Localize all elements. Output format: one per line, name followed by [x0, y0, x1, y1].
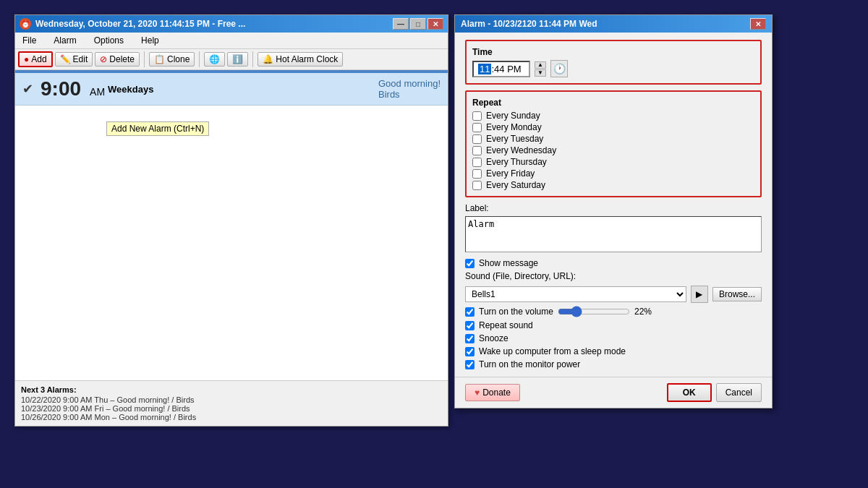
- repeat-monday-checkbox[interactable]: [472, 123, 482, 132]
- repeat-friday[interactable]: Every Friday: [472, 168, 754, 179]
- alarm-list-body: [15, 106, 448, 380]
- clock-icon-button[interactable]: 🕐: [550, 60, 568, 77]
- volume-percent: 22%: [634, 307, 652, 317]
- next-alarm-1: 10/22/2020 9:00 AM Thu – Good morning! /…: [21, 395, 442, 404]
- time-spin-up[interactable]: ▲: [535, 61, 546, 69]
- donate-label: Donate: [482, 388, 511, 398]
- toolbar-wrap: ● Add ✏️ Edit ⊘ Delete 📋 Clone: [15, 49, 448, 70]
- time-section-label: Time: [472, 47, 754, 57]
- volume-label: Turn on the volume: [479, 307, 553, 317]
- sound-row: Bells1 ▶ Browse...: [465, 286, 762, 303]
- repeat-wednesday[interactable]: Every Wednesday: [472, 145, 754, 155]
- clone-button[interactable]: 📋 Clone: [149, 52, 195, 67]
- repeat-sunday-checkbox[interactable]: [472, 111, 482, 121]
- alarm-greeting: Good morning!: [378, 78, 441, 89]
- close-button[interactable]: ✕: [427, 18, 443, 30]
- donate-button[interactable]: ♥ Donate: [465, 384, 520, 401]
- main-window: ⏰ Wednesday, October 21, 2020 11:44:15 P…: [14, 14, 448, 427]
- time-input[interactable]: 11:44 PM: [472, 61, 530, 77]
- toolbar-separator-2: [199, 51, 200, 67]
- maximize-button[interactable]: □: [410, 18, 426, 30]
- snooze-checkbox[interactable]: [465, 334, 475, 343]
- sound-select[interactable]: Bells1: [465, 286, 686, 302]
- repeat-section: Repeat Every Sunday Every Monday Every T…: [465, 90, 762, 197]
- hot-alarm-icon: 🔔: [263, 54, 273, 64]
- alarm-time: 9:00: [41, 77, 81, 100]
- info-button[interactable]: ℹ️: [227, 52, 248, 67]
- dialog-titlebar: Alarm - 10/23/2120 11:44 PM Wed ✕: [455, 15, 772, 33]
- add-icon: ●: [24, 54, 29, 64]
- wakeup-option[interactable]: Wake up computer from a sleep mode: [465, 346, 762, 356]
- alarm-dialog: Alarm - 10/23/2120 11:44 PM Wed ✕ Time 1…: [454, 14, 773, 408]
- dialog-title: Alarm - 10/23/2120 11:44 PM Wed: [461, 19, 750, 29]
- browse-button[interactable]: Browse...: [712, 287, 762, 301]
- time-spin-down[interactable]: ▼: [535, 69, 546, 77]
- alarm-checkbox: ✔: [22, 81, 33, 97]
- globe-button[interactable]: 🌐: [204, 52, 225, 67]
- snooze-option[interactable]: Snooze: [465, 333, 762, 343]
- alarm-ampm: AM: [90, 86, 105, 98]
- sound-play-button[interactable]: ▶: [691, 286, 708, 303]
- volume-option[interactable]: Turn on the volume 22%: [465, 306, 762, 317]
- repeat-tuesday-checkbox[interactable]: [472, 134, 482, 144]
- repeat-tuesday[interactable]: Every Tuesday: [472, 134, 754, 144]
- dialog-close-button[interactable]: ✕: [750, 18, 766, 30]
- cancel-button[interactable]: Cancel: [716, 383, 762, 402]
- info-icon: ℹ️: [232, 54, 243, 64]
- volume-slider[interactable]: [558, 306, 630, 317]
- repeat-sound-checkbox[interactable]: [465, 321, 475, 330]
- dialog-body: Time 11:44 PM ▲ ▼ 🕐 Repeat: [455, 33, 772, 377]
- globe-icon: 🌐: [209, 54, 220, 64]
- hot-alarm-label: Hot Alarm Clock: [276, 54, 338, 64]
- menu-help[interactable]: Help: [137, 34, 163, 47]
- minimize-button[interactable]: —: [393, 18, 409, 30]
- monitor-option[interactable]: Turn on the monitor power: [465, 359, 762, 369]
- repeat-wednesday-checkbox[interactable]: [472, 146, 482, 155]
- repeat-grid: Every Sunday Every Monday Every Tuesday …: [472, 111, 754, 190]
- show-message-label: Show message: [479, 258, 538, 268]
- repeat-saturday[interactable]: Every Saturday: [472, 180, 754, 190]
- alarm-sound-name: Birds: [378, 89, 441, 100]
- add-tooltip: Add New Alarm (Ctrl+N): [106, 121, 209, 136]
- repeat-sound-option[interactable]: Repeat sound: [465, 320, 762, 330]
- repeat-friday-checkbox[interactable]: [472, 169, 482, 179]
- next-alarms: Next 3 Alarms: 10/22/2020 9:00 AM Thu – …: [15, 380, 448, 426]
- add-button[interactable]: ● Add: [18, 51, 53, 67]
- monitor-checkbox[interactable]: [465, 360, 475, 369]
- repeat-monday[interactable]: Every Monday: [472, 122, 754, 132]
- repeat-sound-label: Repeat sound: [479, 320, 533, 330]
- delete-label: Delete: [109, 54, 135, 64]
- repeat-thursday-checkbox[interactable]: [472, 158, 482, 167]
- titlebar-buttons: — □ ✕: [393, 18, 443, 30]
- volume-checkbox[interactable]: [465, 307, 475, 317]
- alarm-row[interactable]: ✔ 9:00 AM Weekdays Good morning! Birds: [15, 73, 448, 106]
- wakeup-checkbox[interactable]: [465, 347, 475, 356]
- menu-options[interactable]: Options: [90, 34, 128, 47]
- monitor-label: Turn on the monitor power: [479, 359, 580, 369]
- ok-button[interactable]: OK: [667, 383, 712, 402]
- menu-alarm[interactable]: Alarm: [49, 34, 80, 47]
- repeat-thursday[interactable]: Every Thursday: [472, 157, 754, 167]
- repeat-section-label: Repeat: [472, 98, 754, 108]
- toolbar: ● Add ✏️ Edit ⊘ Delete 📋 Clone: [15, 49, 448, 70]
- label-textarea[interactable]: Alarm: [465, 216, 762, 252]
- main-window-title: Wednesday, October 21, 2020 11:44:15 PM …: [35, 19, 388, 29]
- main-titlebar: ⏰ Wednesday, October 21, 2020 11:44:15 P…: [15, 15, 448, 33]
- app-icon: ⏰: [20, 18, 31, 30]
- repeat-saturday-checkbox[interactable]: [472, 181, 482, 190]
- next-alarms-title: Next 3 Alarms:: [21, 385, 442, 394]
- time-spinner: ▲ ▼: [535, 61, 546, 77]
- delete-button[interactable]: ⊘ Delete: [95, 52, 140, 67]
- add-label: Add: [31, 54, 46, 64]
- repeat-sunday[interactable]: Every Sunday: [472, 111, 754, 121]
- menu-file[interactable]: File: [18, 34, 41, 47]
- repeat-tuesday-label: Every Tuesday: [486, 134, 543, 144]
- hot-alarm-clock-button[interactable]: 🔔 Hot Alarm Clock: [258, 52, 343, 67]
- show-message-option[interactable]: Show message: [465, 258, 762, 268]
- sound-section: Sound (File, Directory, URL): Bells1 ▶ B…: [465, 271, 762, 303]
- edit-button[interactable]: ✏️ Edit: [55, 52, 93, 67]
- delete-icon: ⊘: [100, 54, 107, 64]
- show-message-checkbox[interactable]: [465, 259, 475, 268]
- next-alarm-2: 10/23/2020 9:00 AM Fri – Good morning! /…: [21, 404, 442, 413]
- dialog-buttons: ♥ Donate OK Cancel: [455, 377, 772, 408]
